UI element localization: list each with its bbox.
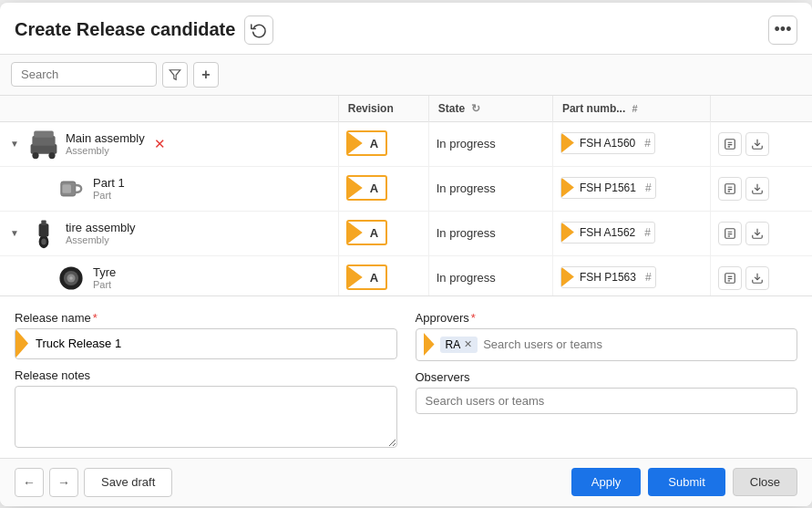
table-row: Part 1 Part A In progress (0, 166, 812, 211)
approver-tag-label: RA (446, 338, 461, 351)
apply-button[interactable]: Apply (571, 468, 642, 496)
state-cell-main: In progress (428, 121, 552, 166)
release-notes-label: Release notes (15, 368, 397, 382)
partnum-cell-tyre: FSH P1563 # (552, 255, 710, 296)
download-icon-tyre[interactable] (745, 266, 769, 290)
tyre-name: Tyre (93, 265, 116, 279)
download-icon-part1[interactable] (745, 177, 769, 201)
svg-rect-20 (39, 223, 49, 236)
partnum-cell-part1: FSH P1561 # (552, 166, 710, 211)
form-area: Release name* Release notes Approvers* (0, 296, 812, 458)
partnum-cell-tire: FSH A1562 # (552, 211, 710, 255)
delete-main-assembly[interactable]: ✕ (150, 134, 170, 154)
back-button[interactable]: ← (15, 468, 44, 497)
more-options-button[interactable]: ••• (768, 16, 797, 45)
items-table-area: Revision State ↻ Part numb... # ▼ (0, 96, 812, 296)
form-right: Approvers* RA ✕ Observers (416, 311, 798, 451)
history-icon (251, 22, 267, 38)
col-hash-icon: # (632, 103, 638, 114)
more-icon: ••• (775, 20, 792, 39)
assembly-icon (27, 128, 60, 161)
table-header-row: Revision State ↻ Part numb... # (0, 96, 812, 122)
name-cell-tire: ▼ tire assembly (0, 211, 338, 255)
remove-approver-tag[interactable]: ✕ (464, 338, 472, 350)
release-name-wrap (15, 328, 397, 359)
create-release-dialog: Create Release candidate ••• + (0, 3, 812, 506)
approvers-input-wrap[interactable]: RA ✕ (416, 328, 798, 361)
toolbar: + (0, 55, 812, 96)
observers-input[interactable] (416, 388, 798, 414)
tyre-label: Tyre Part (93, 265, 116, 290)
expand-main-assembly[interactable]: ▼ (7, 137, 22, 151)
forward-button[interactable]: → (49, 468, 78, 497)
col-header-state: State ↻ (428, 96, 552, 122)
dialog-footer: ← → Save draft Apply Submit Close (0, 458, 812, 506)
add-button[interactable]: + (193, 62, 219, 88)
col-header-name (0, 96, 338, 122)
doc-icon-main[interactable] (718, 132, 742, 156)
col-header-actions (711, 96, 812, 122)
release-name-input[interactable] (28, 331, 396, 356)
main-assembly-type: Assembly (66, 145, 145, 156)
revision-cell-tire: A (338, 211, 428, 255)
approvers-required: * (471, 311, 476, 325)
approvers-search-input[interactable] (483, 337, 789, 351)
main-assembly-label: Main assembly Assembly (66, 131, 145, 156)
doc-icon-part1[interactable] (718, 177, 742, 201)
observers-field: Observers (416, 370, 798, 414)
back-icon: ← (23, 475, 36, 490)
svg-point-5 (48, 152, 55, 159)
part1-label: Part 1 Part (93, 176, 125, 201)
tyre-icon (55, 262, 87, 295)
tire-assembly-label: tire assembly Assembly (66, 221, 136, 245)
approver-stripe (424, 333, 435, 357)
tire-assembly-icon (27, 217, 60, 250)
search-input[interactable] (11, 62, 157, 87)
svg-rect-3 (34, 130, 54, 137)
filter-icon (169, 68, 181, 81)
svg-point-4 (32, 152, 38, 159)
approvers-label: Approvers* (416, 311, 798, 325)
download-icon-main[interactable] (745, 132, 769, 156)
dialog-title: Create Release candidate (15, 19, 235, 40)
release-name-label: Release name* (15, 311, 397, 325)
submit-button[interactable]: Submit (648, 468, 725, 496)
actions-cell-part1 (711, 166, 812, 211)
svg-rect-12 (62, 184, 71, 193)
revision-cell-tyre: A (338, 255, 428, 296)
actions-cell-tyre (711, 255, 812, 296)
close-button[interactable]: Close (733, 468, 797, 496)
add-icon: + (201, 67, 210, 83)
form-left: Release name* Release notes (15, 311, 397, 451)
doc-icon-tire[interactable] (718, 222, 742, 245)
release-notes-textarea[interactable] (15, 386, 397, 448)
name-cell-main: ▼ Main ass (0, 121, 338, 166)
filter-button[interactable] (162, 62, 188, 88)
footer-right: Apply Submit Close (571, 468, 797, 496)
part-hash-tyre: # (642, 269, 655, 285)
state-cell-part1: In progress (428, 166, 552, 211)
download-icon-tire[interactable] (745, 222, 769, 245)
doc-icon-tyre[interactable] (718, 266, 742, 290)
save-draft-button[interactable]: Save draft (84, 468, 172, 497)
tire-assembly-name: tire assembly (66, 221, 136, 234)
dialog-header: Create Release candidate ••• (0, 3, 812, 55)
release-name-field: Release name* (15, 311, 397, 359)
forward-icon: → (57, 475, 70, 490)
state-cell-tire: In progress (428, 211, 552, 255)
svg-point-19 (41, 238, 46, 244)
tire-assembly-type: Assembly (66, 234, 136, 245)
revision-cell-main: A (338, 121, 428, 166)
state-cell-tyre: In progress (428, 255, 552, 296)
revision-badge-part1: A (346, 175, 387, 201)
history-button[interactable] (244, 16, 273, 45)
expand-tire-assembly[interactable]: ▼ (7, 226, 22, 241)
part-badge-tyre: FSH P1563 # (560, 266, 656, 288)
state-refresh-icon[interactable]: ↻ (471, 102, 480, 115)
main-assembly-name: Main assembly (66, 131, 145, 145)
tyre-type: Part (93, 279, 116, 290)
approvers-field: Approvers* RA ✕ (416, 311, 798, 361)
table-row: Tyre Part A In progress (0, 255, 812, 296)
items-table: Revision State ↻ Part numb... # ▼ (0, 96, 812, 296)
svg-rect-21 (41, 220, 46, 224)
